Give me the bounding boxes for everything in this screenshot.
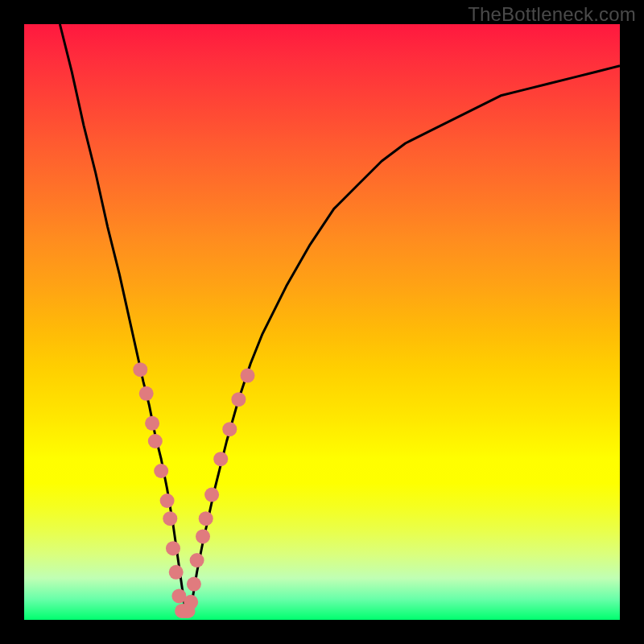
curve-marker bbox=[154, 464, 168, 478]
curve-marker bbox=[222, 422, 237, 436]
curve-marker bbox=[204, 488, 219, 502]
curve-markers bbox=[133, 362, 254, 618]
curve-marker bbox=[166, 541, 180, 555]
curve-marker bbox=[133, 362, 147, 377]
curve-marker bbox=[199, 511, 213, 526]
curve-marker bbox=[187, 577, 201, 592]
curve-marker bbox=[184, 595, 198, 609]
curve-path bbox=[60, 24, 620, 608]
chart-frame: TheBottleneck.com bbox=[0, 0, 644, 644]
curve-marker bbox=[196, 529, 210, 543]
curve-marker bbox=[139, 386, 154, 401]
curve-marker bbox=[160, 493, 175, 508]
curve-marker bbox=[241, 369, 255, 383]
curve-marker bbox=[213, 452, 228, 466]
chart-overlay bbox=[0, 0, 644, 644]
curve-marker bbox=[231, 392, 246, 407]
bottleneck-curve bbox=[60, 24, 620, 608]
curve-marker bbox=[163, 511, 177, 526]
curve-marker bbox=[148, 434, 163, 448]
curve-marker bbox=[190, 553, 204, 568]
curve-marker bbox=[145, 416, 159, 431]
curve-marker bbox=[169, 565, 184, 580]
